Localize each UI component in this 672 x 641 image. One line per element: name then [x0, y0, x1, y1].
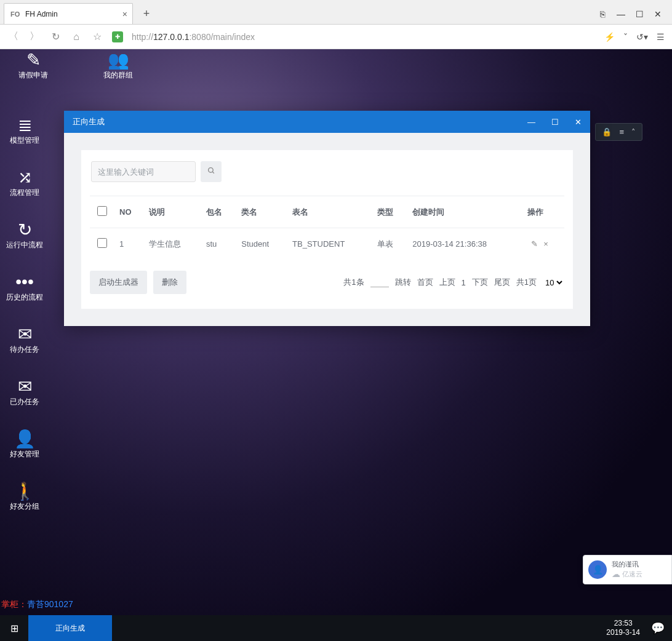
modal-titlebar[interactable]: 正向生成 — ☐ ✕: [64, 111, 590, 133]
helper-avatar-icon: 👤: [588, 560, 607, 579]
nav-refresh-icon[interactable]: ↻: [49, 31, 62, 42]
panel-toolbar: 🔒 ≡ ˄: [595, 123, 642, 141]
cloud-icon: ☁: [612, 568, 620, 579]
helper-widget[interactable]: 👤 我的谨讯 ☁亿速云: [583, 555, 672, 584]
generate-button[interactable]: 启动生成器: [90, 271, 147, 294]
sidebar-item[interactable]: ✉已办任务: [0, 376, 49, 407]
collapse-icon[interactable]: ˄: [631, 127, 636, 137]
nav-forward-icon[interactable]: 〉: [28, 30, 41, 43]
svg-point-0: [208, 168, 213, 173]
tab-title: FH Admin: [25, 10, 58, 18]
sidebar-item[interactable]: 👤好友管理: [0, 428, 49, 460]
column-header: 说明: [144, 196, 201, 228]
shortcut-icon: 👥: [94, 49, 143, 70]
cell-desc: 学生信息: [144, 228, 201, 260]
sidebar-icon: ✉: [0, 376, 49, 397]
window-close-icon[interactable]: ✕: [652, 9, 663, 19]
modal-minimize-icon[interactable]: —: [527, 117, 535, 127]
column-header: NO: [114, 196, 144, 228]
address-bar: 〈 〉 ↻ ⌂ ☆ ✚ http://127.0.0.1:8080/main/i…: [0, 25, 672, 49]
lock-icon[interactable]: 🔒: [602, 127, 612, 137]
modal-window: 正向生成 — ☐ ✕ NO说明包名类名表名类型创建时间操作 1 学生信息: [64, 111, 590, 326]
pager-current: 1: [462, 278, 466, 287]
sidebar-label: 好友管理: [0, 449, 49, 460]
edit-icon[interactable]: ✎: [531, 239, 538, 249]
column-header: 创建时间: [407, 196, 522, 228]
row-checkbox[interactable]: [97, 238, 107, 248]
nav-home-icon[interactable]: ⌂: [70, 31, 82, 42]
tab-favicon: FO: [10, 10, 20, 18]
helper-brand: ☁亿速云: [612, 568, 642, 579]
tab-close-icon[interactable]: ×: [122, 9, 127, 19]
sidebar-label: 运行中流程: [0, 240, 49, 250]
pager-pages: 共1页: [516, 277, 537, 288]
chevron-down-icon[interactable]: ˅: [623, 32, 628, 42]
sidebar-item[interactable]: 🚶好友分组: [0, 480, 49, 512]
search-button[interactable]: [201, 161, 222, 182]
pager-total: 共1条: [343, 277, 364, 288]
column-header: 类名: [236, 196, 287, 228]
sidebar-icon: 🚶: [0, 480, 49, 501]
desktop-shortcut[interactable]: ✎请假申请: [9, 49, 58, 81]
sidebar-icon: 👤: [0, 428, 49, 449]
url-text[interactable]: http://127.0.0.1:8080/main/index: [132, 32, 255, 42]
search-icon: [207, 167, 215, 175]
window-maximize-icon[interactable]: ☐: [634, 9, 645, 19]
nav-favorite-icon[interactable]: ☆: [91, 31, 103, 42]
start-button[interactable]: ⊞: [0, 615, 28, 641]
taskbar-item-active[interactable]: 正向生成: [28, 615, 112, 641]
list-icon[interactable]: ≡: [619, 127, 624, 137]
sidebar-item[interactable]: ✉待办任务: [0, 324, 49, 355]
sidebar-item[interactable]: ↻运行中流程: [0, 219, 49, 250]
pager-last[interactable]: 尾页: [494, 277, 510, 288]
desktop-shortcut[interactable]: 👥我的群组: [94, 49, 143, 81]
pager-jump[interactable]: 跳转: [395, 277, 411, 288]
delete-button[interactable]: 删除: [153, 271, 186, 294]
sidebar-icon: ✉: [0, 324, 49, 344]
pagination: 共1条 跳转 首页 上页 1 下页 尾页 共1页 10: [343, 277, 564, 288]
svg-line-1: [212, 172, 214, 173]
modal-maximize-icon[interactable]: ☐: [551, 117, 559, 127]
speed-icon[interactable]: ⚡: [604, 32, 615, 42]
cell-created: 2019-03-14 21:36:38: [407, 228, 522, 260]
pager-prev[interactable]: 上页: [439, 277, 455, 288]
select-all-checkbox[interactable]: [97, 206, 107, 216]
search-input[interactable]: [91, 161, 196, 182]
cell-table: TB_STUDENT: [287, 228, 372, 260]
browser-tab[interactable]: FO FH Admin ×: [4, 3, 133, 24]
sidebar-item[interactable]: ⤮流程管理: [0, 167, 49, 198]
sidebar-icon: •••: [0, 271, 49, 292]
shortcut-icon: ✎: [9, 49, 58, 70]
pager-first[interactable]: 首页: [417, 277, 433, 288]
pager-size-select[interactable]: 10: [543, 277, 564, 288]
taskbar: ⊞ 正向生成 23:53 2019-3-14 💬: [0, 615, 672, 641]
sidebar-label: 待办任务: [0, 344, 49, 355]
pager-jump-input[interactable]: [370, 277, 389, 287]
shortcut-label: 请假申请: [9, 70, 58, 81]
shield-icon: ✚: [112, 31, 123, 42]
window-devtools-icon[interactable]: ⎘: [597, 9, 608, 19]
column-header: 操作: [522, 196, 564, 228]
sidebar-item[interactable]: ≣模型管理: [0, 114, 49, 146]
browser-tab-strip: FO FH Admin × + ⎘ — ☐ ✕: [0, 0, 672, 25]
nav-back-icon[interactable]: 〈: [7, 30, 20, 43]
taskbar-clock[interactable]: 23:53 2019-3-14: [606, 619, 640, 637]
sidebar-label: 好友分组: [0, 501, 49, 512]
sidebar-label: 模型管理: [0, 135, 49, 146]
undo-icon[interactable]: ↺▾: [636, 32, 648, 42]
sidebar-item[interactable]: •••历史的流程: [0, 271, 49, 303]
notification-icon[interactable]: 💬: [651, 621, 665, 635]
window-minimize-icon[interactable]: —: [615, 9, 626, 19]
delete-icon[interactable]: ×: [543, 239, 548, 249]
menu-icon[interactable]: ☰: [657, 32, 665, 42]
helper-text: 我的谨讯: [612, 560, 642, 568]
desktop-area: ✎请假申请👥我的群组 ≣模型管理⤮流程管理↻运行中流程•••历史的流程✉待办任务…: [0, 49, 672, 615]
sidebar-label: 历史的流程: [0, 292, 49, 303]
shortcut-label: 我的群组: [94, 70, 143, 81]
cell-class: Student: [236, 228, 287, 260]
new-tab-button[interactable]: +: [138, 5, 155, 22]
modal-close-icon[interactable]: ✕: [575, 117, 582, 127]
sidebar-icon: ↻: [0, 219, 49, 240]
pager-next[interactable]: 下页: [472, 277, 488, 288]
data-table: NO说明包名类名表名类型创建时间操作 1 学生信息 stu Student TB…: [90, 196, 564, 260]
